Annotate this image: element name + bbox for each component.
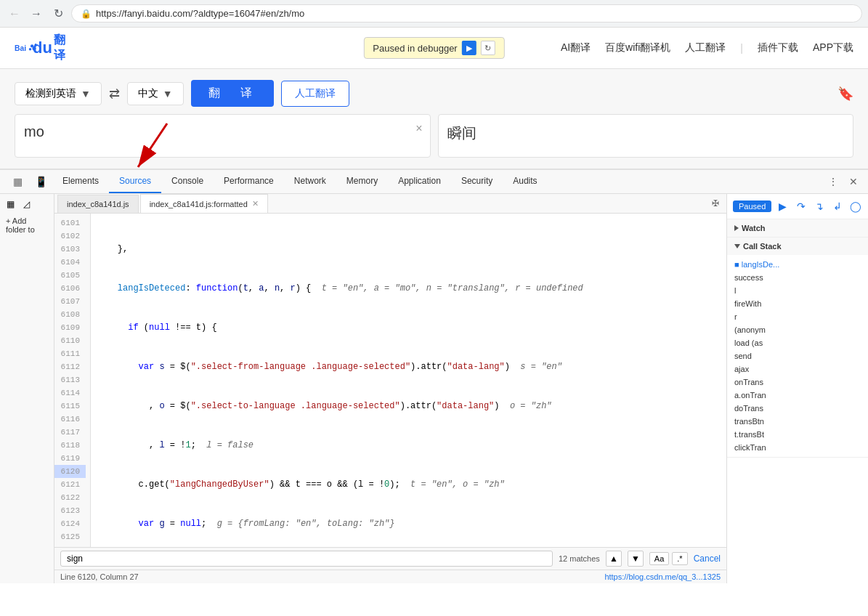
watch-section-header[interactable]: Watch: [727, 219, 868, 237]
add-folder-button[interactable]: + Add folder to: [3, 214, 51, 236]
nav-wifi-machine[interactable]: 百度wifi翻译机: [605, 41, 670, 54]
call-stack-item-9[interactable]: onTrans: [734, 376, 861, 389]
bookmark-button[interactable]: 🔖: [837, 86, 853, 102]
call-stack-item-1[interactable]: success: [734, 271, 861, 284]
add-folder-text: + Add folder to: [6, 216, 48, 234]
editor-tabs: index_c8a141d.js index_c8a141d.js:format…: [54, 194, 726, 214]
editor-area: index_c8a141d.js index_c8a141d.js:format…: [54, 194, 726, 583]
search-cancel-button[interactable]: Cancel: [694, 554, 721, 564]
code-line-6107: c.get("langChangedByUser") && t === o &&…: [97, 478, 721, 491]
resume-button[interactable]: ▶: [462, 41, 476, 55]
call-stack-item-8[interactable]: ajax: [734, 362, 861, 376]
tab-performance[interactable]: Performance: [214, 170, 284, 193]
call-stack-content: ■ langIsDe... success l fireWith r (anon…: [727, 255, 868, 457]
source-lang-select[interactable]: 检测到英语 ▼: [15, 82, 102, 105]
cursor-position: Line 6120, Column 27: [60, 572, 139, 581]
ln-6117: 6117: [54, 426, 86, 439]
call-stack-item-3[interactable]: fireWith: [734, 297, 861, 310]
ln-6106: 6106: [54, 282, 86, 295]
call-stack-item-5[interactable]: (anonym: [734, 323, 861, 336]
editor-tab-formatted[interactable]: index_c8a141d.js:formatted ✕: [140, 194, 268, 213]
baidu-logo: Bai du 翻译: [15, 33, 65, 62]
tab-console[interactable]: Console: [161, 170, 214, 193]
logo-du-text: du: [33, 38, 52, 57]
back-button[interactable]: ←: [6, 5, 23, 23]
sidebar-icon-1[interactable]: ▦: [3, 197, 17, 211]
call-stack-item-6[interactable]: load (as: [734, 336, 861, 349]
watch-chevron-icon: [734, 225, 739, 231]
inspect-element-button[interactable]: ▦: [9, 173, 26, 190]
target-lang-arrow: ▼: [163, 88, 173, 100]
call-stack-item-10[interactable]: a.onTran: [734, 389, 861, 402]
call-stack-header[interactable]: Call Stack: [727, 238, 868, 255]
call-stack-item-12[interactable]: transBtn: [734, 415, 861, 428]
browser-toolbar: ← → ↻ 🔒 https://fanyi.baidu.com/?aldtype…: [0, 0, 868, 27]
devtools-settings-button[interactable]: ✕: [845, 173, 862, 190]
search-regex-button[interactable]: .*: [672, 552, 687, 565]
device-toolbar-button[interactable]: 📱: [32, 173, 49, 190]
search-case-button[interactable]: Aa: [649, 552, 669, 565]
debug-deactivate-button[interactable]: ◯: [848, 198, 862, 214]
nav-app-download[interactable]: APP下载: [813, 41, 853, 54]
editor-tab-close[interactable]: ✕: [252, 199, 259, 208]
ln-6118: 6118: [54, 439, 86, 452]
input-box[interactable]: mo ×: [15, 114, 431, 158]
call-stack-item-7[interactable]: send: [734, 349, 861, 362]
search-input[interactable]: [60, 551, 553, 567]
status-link[interactable]: https://blog.csdn.me/qq_3...1325: [604, 572, 721, 581]
translate-button[interactable]: 翻 译: [191, 80, 274, 107]
sidebar-icon-bar: ▦ ◿: [3, 197, 51, 211]
debug-step-out-button[interactable]: ↲: [830, 198, 844, 214]
reload-button[interactable]: ↻: [49, 5, 67, 23]
svg-text:Bai: Bai: [15, 44, 26, 52]
code-content[interactable]: }, langIsDeteced: function(t, a, n, r) {…: [91, 214, 726, 547]
address-bar[interactable]: 🔒 https://fanyi.baidu.com/?aldtype=16047…: [71, 4, 862, 23]
clear-button[interactable]: ×: [415, 122, 422, 135]
ln-6113: 6113: [54, 373, 86, 386]
forward-button[interactable]: →: [28, 5, 45, 23]
ln-6102: 6102: [54, 230, 86, 243]
call-stack-chevron-icon: [734, 244, 740, 248]
ln-6105: 6105: [54, 269, 86, 282]
call-stack-item-14[interactable]: clickTran: [734, 441, 861, 454]
ln-6109: 6109: [54, 321, 86, 334]
call-stack-item-4[interactable]: r: [734, 310, 861, 323]
editor-expand-button[interactable]: ✠: [707, 195, 723, 211]
editor-tab-minified-label: index_c8a141d.js: [67, 200, 129, 208]
step-over-button[interactable]: ↻: [481, 41, 495, 55]
call-stack-item-13[interactable]: t.transBt: [734, 428, 861, 441]
status-bar: Line 6120, Column 27 https://blog.csdn.m…: [54, 570, 726, 583]
call-stack-item-11[interactable]: doTrans: [734, 402, 861, 415]
sidebar-icon-2[interactable]: ◿: [19, 197, 33, 211]
human-translate-button[interactable]: 人工翻译: [281, 81, 349, 107]
nav-ai-translate[interactable]: AI翻译: [561, 41, 591, 54]
search-prev-button[interactable]: ▲: [606, 551, 622, 567]
tab-audits[interactable]: Audits: [503, 170, 547, 193]
tab-security[interactable]: Security: [451, 170, 503, 193]
code-line-6104: var s = $(".select-from-language .langua…: [97, 360, 721, 373]
code-line-6102: langIsDeteced: function(t, a, n, r) { t …: [97, 282, 721, 295]
editor-tab-minified[interactable]: index_c8a141d.js: [57, 195, 139, 213]
devtools-more-button[interactable]: ⋮: [824, 173, 842, 190]
ln-6124: 6124: [54, 517, 86, 530]
search-next-button[interactable]: ▼: [628, 551, 644, 567]
tab-network[interactable]: Network: [284, 170, 336, 193]
nav-plugin-download[interactable]: 插件下载: [758, 41, 798, 54]
tab-memory[interactable]: Memory: [336, 170, 388, 193]
debug-resume-button[interactable]: ▶: [776, 198, 790, 214]
call-stack-item-0[interactable]: ■ langIsDe...: [734, 258, 861, 271]
paused-text: Paused in debugger: [373, 43, 457, 54]
ln-6112: 6112: [54, 360, 86, 373]
editor-icon-bar: ✠: [707, 195, 723, 211]
swap-lang-button[interactable]: ⇄: [109, 86, 120, 102]
tab-elements[interactable]: Elements: [52, 170, 109, 193]
baidu-logo-icon: Bai du 翻译: [15, 33, 65, 62]
call-stack-item-2[interactable]: l: [734, 284, 861, 297]
debug-step-over-button[interactable]: ↷: [794, 198, 808, 214]
nav-human-translate[interactable]: 人工翻译: [685, 41, 726, 54]
code-line-6103: if (null !== t) {: [97, 321, 721, 334]
debug-step-into-button[interactable]: ↴: [812, 198, 826, 214]
tab-sources[interactable]: Sources: [109, 170, 161, 193]
target-lang-select[interactable]: 中文 ▼: [127, 82, 184, 105]
tab-application[interactable]: Application: [388, 170, 451, 193]
